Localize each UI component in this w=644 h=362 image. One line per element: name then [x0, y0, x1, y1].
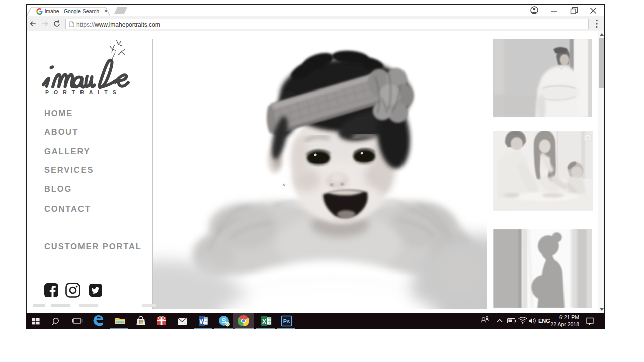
- svg-text:ENG: ENG: [538, 318, 550, 324]
- svg-text:X: X: [262, 318, 266, 325]
- svg-text:6:21 PM: 6:21 PM: [559, 314, 579, 320]
- svg-text:W: W: [199, 318, 205, 325]
- svg-text:22 Apr 2018: 22 Apr 2018: [550, 321, 579, 327]
- svg-text:Ps: Ps: [283, 318, 290, 324]
